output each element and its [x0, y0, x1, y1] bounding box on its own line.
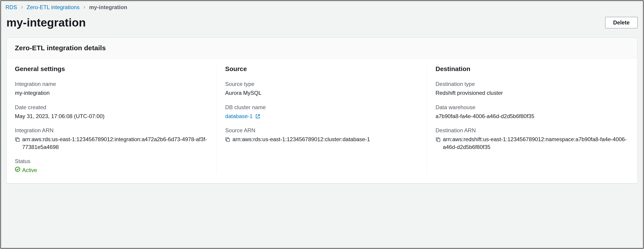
integration-arn-label: Integration ARN	[15, 127, 208, 134]
db-cluster-name-label: DB cluster name	[225, 104, 419, 110]
integration-arn-value: arn:aws:rds:us-east-1:123456789012:integ…	[22, 136, 208, 151]
integration-arn-field: Integration ARN arn:aws:rds:us-east-1:12…	[15, 127, 208, 151]
data-warehouse-field: Data warehouse a7b90fa8-fa4e-4006-a46d-d…	[436, 104, 629, 120]
breadcrumb-current: my-integration	[89, 4, 127, 10]
db-cluster-name-value: database-1	[225, 113, 252, 119]
external-link-icon	[254, 113, 260, 119]
copy-icon[interactable]	[436, 136, 440, 142]
panel-title: Zero-ETL integration details	[15, 44, 629, 52]
db-cluster-link[interactable]: database-1	[225, 113, 260, 119]
details-panel: Zero-ETL integration details General set…	[6, 38, 638, 184]
destination-type-field: Destination type Redshift provisioned cl…	[436, 81, 629, 97]
page-title: my-integration	[6, 16, 86, 29]
breadcrumb-root[interactable]: RDS	[6, 4, 17, 10]
date-created-field: Date created May 31, 2023, 17:06:08 (UTC…	[15, 104, 208, 120]
svg-rect-0	[16, 139, 19, 142]
general-heading: General settings	[15, 65, 208, 73]
delete-button[interactable]: Delete	[605, 17, 638, 28]
status-value: Active	[22, 166, 37, 174]
destination-column: Destination Destination type Redshift pr…	[427, 65, 637, 174]
status-label: Status	[15, 158, 208, 164]
data-warehouse-label: Data warehouse	[436, 104, 629, 110]
check-circle-icon	[15, 166, 20, 174]
date-created-label: Date created	[15, 104, 208, 110]
source-type-value: Aurora MySQL	[225, 89, 419, 97]
svg-rect-3	[437, 139, 440, 142]
source-arn-value: arn:aws:rds:us-east-1:123456789012:clust…	[232, 136, 419, 143]
destination-arn-field: Destination ARN arn:aws:redshift:us-east…	[436, 127, 629, 151]
status-field: Status Active	[15, 158, 208, 174]
source-type-field: Source type Aurora MySQL	[225, 81, 419, 97]
source-column: Source Source type Aurora MySQL DB clust…	[217, 65, 427, 174]
copy-icon[interactable]	[15, 136, 20, 142]
svg-rect-2	[227, 139, 230, 142]
breadcrumb: RDS Zero-ETL integrations my-integration	[1, 1, 643, 10]
destination-arn-value: arn:aws:redshift:us-east-1:123456789012:…	[443, 136, 629, 151]
date-created-value: May 31, 2023, 17:06:08 (UTC-07:00)	[15, 112, 208, 120]
breadcrumb-section[interactable]: Zero-ETL integrations	[27, 4, 80, 10]
source-type-label: Source type	[225, 81, 419, 87]
integration-name-label: Integration name	[15, 81, 208, 87]
db-cluster-name-field: DB cluster name database-1	[225, 104, 419, 120]
integration-name-value: my-integration	[15, 89, 208, 97]
source-arn-field: Source ARN arn:aws:rds:us-east-1:1234567…	[225, 127, 419, 143]
destination-heading: Destination	[436, 65, 629, 73]
copy-icon[interactable]	[225, 136, 230, 142]
integration-name-field: Integration name my-integration	[15, 81, 208, 97]
destination-type-value: Redshift provisioned cluster	[436, 89, 629, 97]
status-badge: Active	[15, 166, 37, 174]
source-arn-label: Source ARN	[225, 127, 419, 134]
destination-arn-label: Destination ARN	[436, 127, 629, 134]
chevron-right-icon	[20, 6, 24, 9]
data-warehouse-value: a7b90fa8-fa4e-4006-a46d-d2d5b6f80f35	[436, 112, 629, 120]
source-heading: Source	[225, 65, 419, 73]
destination-type-label: Destination type	[436, 81, 629, 87]
chevron-right-icon	[83, 6, 86, 9]
general-settings-column: General settings Integration name my-int…	[7, 65, 217, 174]
panel-header: Zero-ETL integration details	[7, 38, 637, 58]
